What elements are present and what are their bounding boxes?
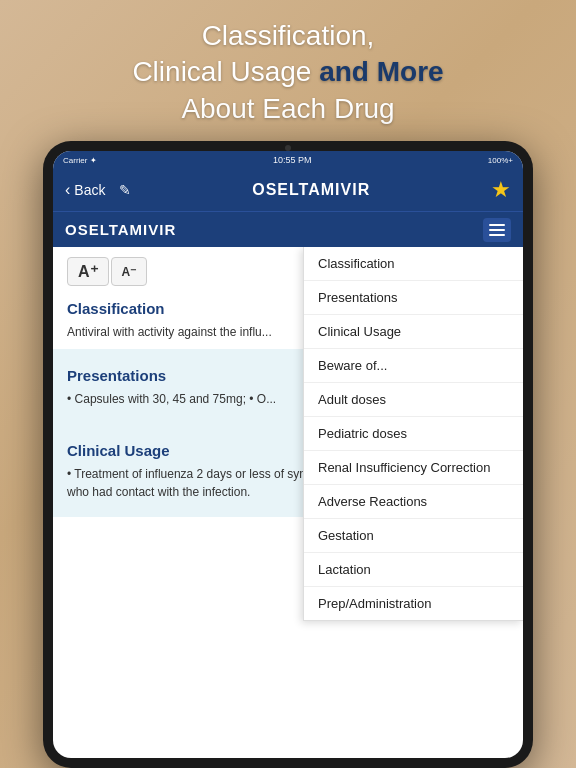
back-chevron-icon: ‹: [65, 181, 70, 199]
dropdown-item[interactable]: Gestation: [304, 519, 523, 553]
dropdown-item[interactable]: Beware of...: [304, 349, 523, 383]
camera-dot: [285, 145, 291, 151]
carrier-label: Carrier ✦: [63, 156, 97, 165]
sub-nav-title: OSELTAMIVIR: [65, 221, 176, 238]
dropdown-item[interactable]: Adverse Reactions: [304, 485, 523, 519]
hamburger-line: [489, 224, 505, 226]
dropdown-item[interactable]: Classification: [304, 247, 523, 281]
dropdown-item[interactable]: Clinical Usage: [304, 315, 523, 349]
dropdown-menu: ClassificationPresentationsClinical Usag…: [303, 247, 523, 621]
hamburger-line: [489, 234, 505, 236]
hamburger-line: [489, 229, 505, 231]
header-line2-normal: Clinical Usage: [132, 56, 319, 87]
status-bar: Carrier ✦ 10:55 PM 100%+: [53, 151, 523, 169]
dropdown-item[interactable]: Renal Insufficiency Correction: [304, 451, 523, 485]
tablet-screen: Carrier ✦ 10:55 PM 100%+ ‹ Back ✎ OSELTA…: [53, 151, 523, 758]
favorite-star-icon[interactable]: ★: [491, 177, 511, 203]
sub-nav-bar: OSELTAMIVIR: [53, 211, 523, 247]
header-line1: Classification,: [202, 20, 375, 51]
nav-bar: ‹ Back ✎ OSELTAMIVIR ★: [53, 169, 523, 211]
dropdown-item[interactable]: Lactation: [304, 553, 523, 587]
time-label: 10:55 PM: [273, 155, 312, 165]
dropdown-item[interactable]: Presentations: [304, 281, 523, 315]
menu-button[interactable]: [483, 218, 511, 242]
dropdown-item[interactable]: Pediatric doses: [304, 417, 523, 451]
battery-label: 100%+: [488, 156, 513, 165]
page-header: Classification, Clinical Usage and More …: [102, 0, 473, 141]
edit-icon[interactable]: ✎: [119, 182, 131, 198]
header-line3: About Each Drug: [181, 93, 394, 124]
tablet-device: Carrier ✦ 10:55 PM 100%+ ‹ Back ✎ OSELTA…: [43, 141, 533, 768]
dropdown-item[interactable]: Adult doses: [304, 383, 523, 417]
dropdown-item[interactable]: Prep/Administration: [304, 587, 523, 620]
back-label: Back: [74, 182, 105, 198]
back-button[interactable]: ‹ Back: [65, 181, 105, 199]
content-area: A⁺ A⁻ Classification Antiviral with acti…: [53, 247, 523, 758]
nav-title: OSELTAMIVIR: [252, 181, 370, 199]
header-line2-bold: and More: [319, 56, 443, 87]
increase-font-button[interactable]: A⁺: [67, 257, 109, 286]
decrease-font-button[interactable]: A⁻: [111, 257, 148, 286]
